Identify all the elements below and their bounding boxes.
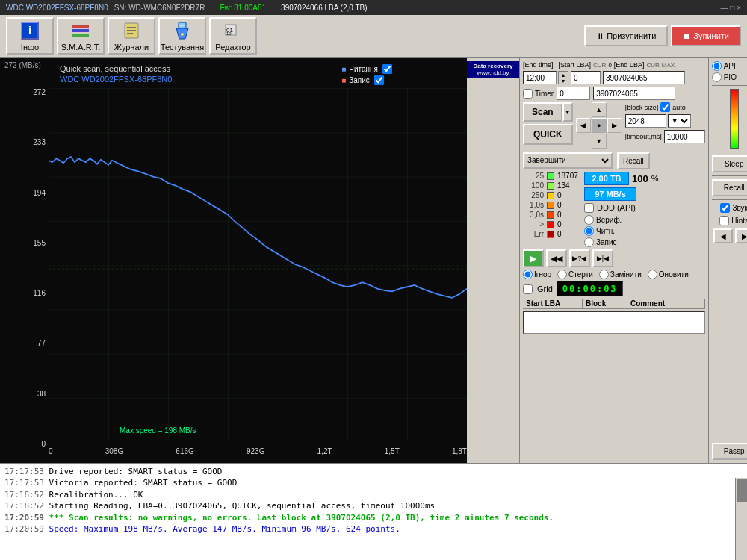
time-spin-up[interactable]: ▲	[559, 72, 568, 78]
lba-info: 3907024066 LBA (2,0 TB)	[281, 4, 367, 12]
sleep-button[interactable]: Sleep	[712, 155, 747, 172]
passp-button[interactable]: Passp	[712, 443, 747, 460]
stop-button[interactable]: ⏹ Зупинити	[671, 25, 741, 46]
auto-checkbox[interactable]	[660, 102, 670, 112]
play-button[interactable]: ▶	[523, 249, 544, 267]
col-comment: Comment	[627, 299, 705, 308]
small-btn-right[interactable]: ▶	[735, 228, 747, 243]
dpad-left[interactable]: ◀	[576, 118, 591, 133]
info-button[interactable]: i Інфо	[6, 17, 54, 55]
bar-250: 250 0	[523, 191, 580, 199]
stop-icon: ⏹	[683, 31, 691, 40]
end-lba-input2[interactable]	[593, 87, 675, 100]
stop-label: Зупинити	[693, 31, 729, 40]
dpad-up[interactable]: ▲	[592, 102, 607, 117]
time-spin-down[interactable]: ▼	[559, 78, 568, 84]
end-button[interactable]: ▶|◀	[592, 249, 613, 267]
end-lba-input[interactable]	[603, 71, 685, 84]
small-btn-left[interactable]: ◀	[713, 228, 733, 243]
bar-250-count: 0	[557, 191, 580, 199]
hints-checkbox[interactable]	[719, 216, 729, 225]
timer-row: Timer	[523, 87, 705, 100]
next-mark-button[interactable]: ▶?◀	[569, 249, 590, 267]
auto-label: auto	[672, 104, 686, 111]
editor-button[interactable]: 01 10 Редактор	[209, 17, 257, 55]
time-input-group: ▲ ▼	[523, 71, 568, 84]
verify-radio[interactable]	[584, 215, 594, 225]
journals-button[interactable]: Журнали	[108, 17, 155, 55]
delete-radio[interactable]	[557, 270, 567, 279]
q-label: 0	[608, 62, 611, 69]
pio-radio[interactable]	[712, 72, 722, 82]
block-size-row: [block size] auto	[625, 102, 705, 112]
recall-sidebar-button[interactable]: Recall	[712, 179, 747, 196]
rewind-button[interactable]: ◀◀	[546, 249, 567, 267]
info-label: Інфо	[21, 43, 39, 52]
test-button[interactable]: Тестування	[158, 17, 206, 55]
end-time-input[interactable]	[523, 71, 557, 84]
pause-button[interactable]: ⏸ Призупинити	[584, 25, 668, 46]
log-scrollbar[interactable]	[735, 478, 747, 560]
block-size-select[interactable]: ▼	[668, 114, 691, 128]
sound-checkbox[interactable]	[720, 203, 730, 213]
lba-controls-row: [End time] [Start LBA] CUR 0 [End LBA] C…	[523, 61, 705, 69]
scan-btn-group: Scan ▼	[523, 102, 573, 122]
legend-write-checkbox[interactable]	[374, 75, 384, 85]
api-radio[interactable]	[712, 61, 722, 71]
separator1	[712, 85, 747, 86]
delete-option: Стерти	[557, 270, 593, 279]
legend-write: ■ Запис	[341, 75, 392, 85]
replace-radio[interactable]	[599, 270, 609, 279]
api-label: API	[724, 62, 736, 70]
speed-row: 97 MB/s	[584, 187, 658, 201]
ignore-radio[interactable]	[523, 270, 533, 279]
ignore-option: Ігнор	[523, 270, 551, 279]
test-label: Тестування	[161, 43, 204, 52]
xaxis-15t: 1,5T	[385, 447, 400, 455]
ddd-checkbox[interactable]	[584, 203, 594, 213]
update-option: Оновити	[648, 270, 689, 279]
bar-gt-label: >	[523, 220, 544, 228]
timer-checkbox[interactable]	[523, 89, 533, 99]
grid-checkbox[interactable]	[523, 284, 533, 294]
start-lba-input[interactable]	[571, 71, 601, 84]
ignore-label: Ігнор	[534, 270, 551, 279]
api-item: API	[712, 61, 737, 71]
update-radio[interactable]	[648, 270, 657, 279]
finish-select[interactable]: Завершити	[523, 152, 613, 169]
speed-block: 97 MB/s	[584, 187, 636, 201]
scan-button[interactable]: Scan	[523, 102, 562, 122]
legend-read-checkbox[interactable]	[382, 64, 392, 74]
scan-row: Scan ▼ QUICK ▲ ◀ ● ▶ ▼ [block size	[523, 102, 705, 149]
max-label: MAX	[662, 62, 675, 69]
bar-3s-count: 0	[557, 211, 580, 219]
read-radio[interactable]	[584, 226, 594, 236]
quick-button[interactable]: QUICK	[523, 124, 573, 145]
pio-label: PIO	[724, 73, 737, 81]
yaxis-116: 116	[33, 289, 46, 297]
write-radio[interactable]	[584, 237, 594, 247]
speed-label: 272 (MB/s)	[4, 61, 41, 69]
xaxis-0: 0	[49, 447, 53, 455]
graph-legend: ■ Читання ■ Запис	[341, 64, 392, 85]
cur-label: CUR	[593, 62, 606, 69]
timeout-row: [timeout,ms]	[625, 130, 705, 143]
scan-dropdown[interactable]: ▼	[562, 102, 573, 122]
bar-1s-count: 0	[557, 201, 580, 209]
dpad-down[interactable]: ▼	[592, 134, 607, 149]
grid-row: Grid 00:00:03	[523, 281, 705, 296]
dpad-right[interactable]: ▶	[607, 118, 622, 133]
log-line-1: 17:17:53 Victoria reported: SMART status…	[4, 477, 743, 488]
separator2	[712, 152, 747, 152]
timeout-input[interactable]	[664, 130, 705, 143]
timer-input[interactable]	[557, 87, 590, 100]
block-timeout: [block size] auto ▼ [timeout,ms]	[625, 102, 705, 143]
recall-button[interactable]: Recall	[617, 152, 650, 169]
svg-point-7	[181, 33, 184, 36]
smart-button[interactable]: S.M.A.R.T.	[57, 17, 105, 55]
yaxis-194: 194	[33, 189, 46, 197]
bar-err-count: 0	[557, 230, 580, 238]
finish-row: Завершити Recall	[523, 151, 705, 169]
time-spinner[interactable]: ▲ ▼	[558, 71, 568, 84]
block-size-input[interactable]	[625, 114, 666, 128]
